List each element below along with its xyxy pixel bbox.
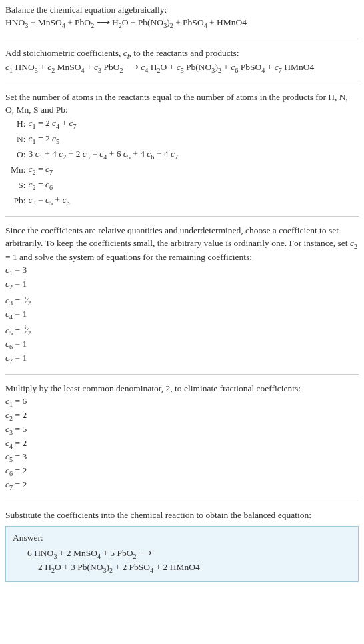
atoms-equation: c3 = c5 + c6 [27,193,181,209]
solve-coeffs: c1 = 3c2 = 1c3 = 5⁄2c4 = 1c5 = 3⁄2c6 = 1… [5,264,359,366]
atoms-equation: c1 = 2 c4 + c7 [27,117,181,132]
answer-box: Answer: 6 HNO3 + 2 MnSO4 + 5 PbO2 ⟶ 2 H2… [5,526,359,583]
coeff-line: c2 = 2 [5,409,359,423]
divider [5,83,359,83]
solve-intro: Since the coefficients are relative quan… [5,225,359,264]
lcd-intro: Multiply by the least common denominator… [5,383,359,395]
coeff-line: c7 = 2 [5,479,359,493]
final-intro: Substitute the coefficients into the che… [5,509,359,522]
coeff-line: c3 = 5⁄2 [5,292,359,308]
divider [5,374,359,375]
coeff-line: c6 = 2 [5,465,359,479]
coeff-line: c6 = 1 [5,338,359,352]
atoms-row: S:c2 = c6 [9,178,181,193]
stoich-intro: Add stoichiometric coefficients, ci, to … [5,47,359,61]
coeff-line: c1 = 3 [5,264,359,278]
atoms-row: Pb:c3 = c5 + c6 [9,193,181,209]
atoms-row: Mn:c2 = c7 [9,163,181,178]
atoms-section: Set the number of atoms in the reactants… [5,91,359,208]
divider [5,216,359,217]
coeff-line: c4 = 2 [5,437,359,451]
answer-label: Answer: [13,532,351,545]
atoms-equation: c1 = 2 c5 [27,132,181,147]
coeff-line: c3 = 5 [5,423,359,437]
coeff-line: c5 = 3 [5,451,359,465]
atoms-element: S: [9,178,27,193]
solve-section: Since the coefficients are relative quan… [5,225,359,366]
atoms-row: O:3 c1 + 4 c2 + 2 c3 = c4 + 6 c5 + 4 c6 … [9,147,181,163]
intro-line: Balance the chemical equation algebraica… [5,4,359,17]
atoms-equation: c2 = c6 [27,178,181,193]
atoms-element: Mn: [9,163,27,178]
divider [5,39,359,39]
lcd-section: Multiply by the least common denominator… [5,383,359,493]
coeff-line: c2 = 1 [5,278,359,292]
answer-line2: 2 H2O + 3 Pb(NO3)2 + 2 PbSO4 + 2 HMnO4 [38,561,351,575]
stoich-equation: c1 HNO3 + c2 MnSO4 + c3 PbO2 ⟶ c4 H2O + … [5,61,359,75]
atoms-equation: 3 c1 + 4 c2 + 2 c3 = c4 + 6 c5 + 4 c6 + … [27,147,181,163]
atoms-element: Pb: [9,193,27,209]
intro-section: Balance the chemical equation algebraica… [5,4,359,31]
atoms-table: H:c1 = 2 c4 + c7N:c1 = 2 c5O:3 c1 + 4 c2… [9,117,181,208]
coeff-line: c4 = 1 [5,308,359,322]
coeff-line: c1 = 6 [5,395,359,409]
atoms-row: H:c1 = 2 c4 + c7 [9,117,181,132]
atoms-element: H: [9,117,27,132]
intro-equation: HNO3 + MnSO4 + PbO2 ⟶ H2O + Pb(NO3)2 + P… [5,17,359,31]
atoms-row: N:c1 = 2 c5 [9,132,181,147]
final-section: Substitute the coefficients into the che… [5,509,359,583]
atoms-element: N: [9,132,27,147]
answer-line1: 6 HNO3 + 2 MnSO4 + 5 PbO2 ⟶ [27,547,351,561]
atoms-equation: c2 = c7 [27,163,181,178]
atoms-element: O: [9,147,27,163]
coeff-line: c7 = 1 [5,352,359,366]
stoich-section: Add stoichiometric coefficients, ci, to … [5,47,359,75]
lcd-coeffs: c1 = 6c2 = 2c3 = 5c4 = 2c5 = 3c6 = 2c7 =… [5,395,359,493]
coeff-line: c5 = 3⁄2 [5,322,359,338]
atoms-intro: Set the number of atoms in the reactants… [5,91,359,117]
divider [5,501,359,501]
